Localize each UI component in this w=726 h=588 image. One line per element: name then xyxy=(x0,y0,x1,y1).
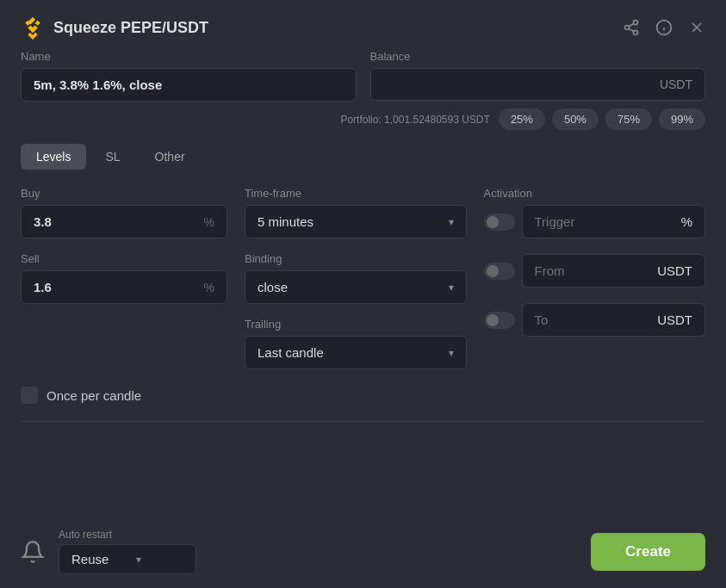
title-left: Squeeze PEPE/USDT xyxy=(21,15,208,40)
binding-value: close xyxy=(258,280,288,294)
from-unit: USDT xyxy=(657,263,692,278)
from-field-group: USDT xyxy=(484,252,706,288)
binding-select[interactable]: close ▾ xyxy=(245,270,467,304)
buy-unit: % xyxy=(204,215,214,229)
sell-label: Sell xyxy=(21,252,227,265)
trigger-toggle[interactable] xyxy=(484,214,515,231)
balance-unit: USDT xyxy=(660,77,692,91)
svg-point-2 xyxy=(634,30,638,34)
auto-restart-label: Auto restart xyxy=(59,529,196,541)
to-field-group: USDT xyxy=(484,301,706,337)
to-unit: USDT xyxy=(657,313,692,327)
restart-select[interactable]: Reuse ▾ xyxy=(59,544,196,574)
sell-input[interactable] xyxy=(34,280,197,294)
activation-label: Activation xyxy=(484,187,706,200)
buy-field-group: Buy % xyxy=(21,187,227,238)
activation-label-group: Activation % xyxy=(484,187,706,238)
to-toggle[interactable] xyxy=(484,312,515,329)
balance-field-group: Balance USDT xyxy=(370,50,706,101)
svg-line-3 xyxy=(629,28,634,31)
from-input-wrap[interactable]: USDT xyxy=(522,254,706,288)
buy-label: Buy xyxy=(21,187,227,200)
timeframe-label: Time-frame xyxy=(245,187,467,200)
modal-container: Squeeze PEPE/USDT Name 5m, 3.8% 1.6%, cl… xyxy=(0,0,726,588)
svg-line-4 xyxy=(629,23,634,26)
right-col: Activation % USDT xyxy=(484,187,706,337)
pct-50-button[interactable]: 50% xyxy=(552,108,599,130)
once-per-candle-checkbox[interactable] xyxy=(21,387,38,404)
buy-input-box[interactable]: % xyxy=(21,205,227,238)
trailing-value: Last candle xyxy=(258,345,324,360)
bottom-divider xyxy=(21,421,705,422)
pct-99-button[interactable]: 99% xyxy=(659,108,705,130)
binding-label: Binding xyxy=(245,252,467,265)
balance-input-box[interactable]: USDT xyxy=(370,68,706,101)
trailing-label: Trailing xyxy=(245,318,467,331)
name-label: Name xyxy=(21,50,357,63)
tab-bar: Levels SL Other xyxy=(21,144,705,170)
svg-point-1 xyxy=(625,26,630,30)
sell-unit: % xyxy=(204,281,214,294)
to-input-wrap[interactable]: USDT xyxy=(522,303,706,337)
create-button[interactable]: Create xyxy=(591,533,705,571)
to-input[interactable] xyxy=(535,313,658,327)
bottom-left: Auto restart Reuse ▾ xyxy=(21,529,196,574)
tab-sl[interactable]: SL xyxy=(90,144,135,170)
binding-chevron: ▾ xyxy=(449,282,454,294)
trigger-unit: % xyxy=(681,214,692,229)
binance-icon xyxy=(21,15,45,40)
tab-levels[interactable]: Levels xyxy=(21,144,86,170)
trailing-chevron: ▾ xyxy=(449,347,454,359)
main-fields: Buy % Sell % Time-frame xyxy=(21,187,705,369)
buy-input[interactable] xyxy=(34,214,197,229)
close-icon[interactable] xyxy=(688,19,705,36)
binding-field-group: Binding close ▾ xyxy=(245,252,467,304)
restart-chevron: ▾ xyxy=(136,554,141,566)
sell-input-box[interactable]: % xyxy=(21,270,227,304)
trigger-input[interactable] xyxy=(535,214,681,229)
left-col: Buy % Sell % xyxy=(21,187,227,304)
bell-icon[interactable] xyxy=(21,540,45,564)
mid-col: Time-frame 5 minutes ▾ Binding close ▾ T… xyxy=(245,187,467,369)
name-input-box[interactable]: 5m, 3.8% 1.6%, close xyxy=(21,68,357,102)
trailing-field-group: Trailing Last candle ▾ xyxy=(245,318,467,369)
name-balance-row: Name 5m, 3.8% 1.6%, close Balance USDT xyxy=(21,50,705,102)
pct-25-button[interactable]: 25% xyxy=(499,108,545,130)
auto-restart-group: Auto restart Reuse ▾ xyxy=(59,529,196,574)
trigger-input-wrap[interactable]: % xyxy=(522,205,706,238)
bottom-bar: Auto restart Reuse ▾ Create xyxy=(0,515,726,588)
title-bar: Squeeze PEPE/USDT xyxy=(0,0,726,50)
name-value: 5m, 3.8% 1.6%, close xyxy=(34,77,162,92)
balance-label: Balance xyxy=(370,50,706,63)
timeframe-field-group: Time-frame 5 minutes ▾ xyxy=(245,187,467,238)
name-field-group: Name 5m, 3.8% 1.6%, close xyxy=(21,50,357,102)
trailing-select[interactable]: Last candle ▾ xyxy=(245,336,467,369)
info-icon[interactable] xyxy=(655,19,673,36)
share-icon[interactable] xyxy=(623,19,640,36)
modal-title: Squeeze PEPE/USDT xyxy=(53,19,208,37)
tab-other[interactable]: Other xyxy=(140,144,201,170)
title-actions xyxy=(623,19,705,36)
from-toggle[interactable] xyxy=(484,263,515,280)
svg-point-0 xyxy=(634,21,638,25)
pct-buttons: 25% 50% 75% 99% xyxy=(499,108,705,130)
restart-value: Reuse xyxy=(71,552,109,566)
timeframe-value: 5 minutes xyxy=(258,214,313,229)
sell-field-group: Sell % xyxy=(21,252,227,304)
portfolio-info: Portfolio: 1,001.52480593 USDT xyxy=(340,114,489,126)
timeframe-chevron: ▾ xyxy=(449,216,454,228)
pct-75-button[interactable]: 75% xyxy=(605,108,652,130)
content-area: Name 5m, 3.8% 1.6%, close Balance USDT P… xyxy=(0,50,726,515)
once-per-candle-label: Once per candle xyxy=(47,388,141,403)
timeframe-select[interactable]: 5 minutes ▾ xyxy=(245,205,467,238)
once-per-candle-row: Once per candle xyxy=(21,387,705,404)
from-input[interactable] xyxy=(535,263,658,278)
